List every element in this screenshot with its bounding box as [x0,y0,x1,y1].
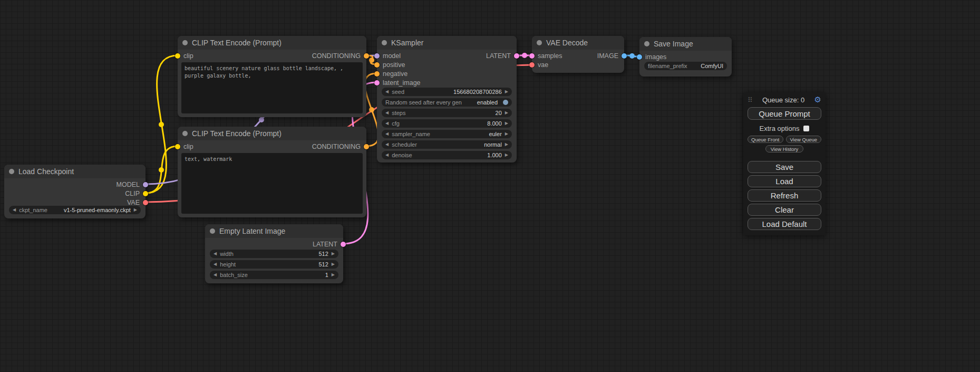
collapse-dot[interactable] [9,169,14,174]
node-header[interactable]: Empty Latent Image [205,224,343,238]
vae-port[interactable] [529,62,535,68]
decrement-arrow-icon[interactable]: ◀ [385,153,389,157]
queue-front-button[interactable]: Queue Front [748,136,783,143]
clear-button[interactable]: Clear [748,204,821,216]
node-header[interactable]: Save Image [639,37,732,51]
collapse-dot[interactable] [644,41,649,46]
input-slot-samples[interactable]: samples [529,51,562,60]
input-slot-clip[interactable]: clip [175,142,193,151]
widget-seed[interactable]: ◀ seed 156680208700286 ▶ [382,88,512,96]
extra-options-checkbox[interactable] [803,126,809,131]
clip-port[interactable] [175,144,180,149]
toggle-knob[interactable] [503,100,508,105]
image-port[interactable] [637,54,642,60]
decrement-arrow-icon[interactable]: ◀ [385,142,389,147]
decrement-arrow-icon[interactable]: ◀ [385,132,389,136]
decrement-arrow-icon[interactable]: ◀ [214,273,217,277]
collapse-dot[interactable] [182,40,188,45]
output-slot-clip[interactable]: CLIP [125,189,148,198]
widget-batch-size[interactable]: ◀ batch_size 1 ▶ [210,271,338,279]
drag-handle-icon[interactable]: ⠿ [748,96,753,104]
positive-prompt-textarea[interactable]: beautiful scenery nature glass bottle la… [181,62,363,113]
widget-random-seed-toggle[interactable]: Random seed after every gen enabled [382,98,512,107]
output-slot-model[interactable]: MODEL [117,180,148,189]
clip-port[interactable] [143,191,148,196]
input-slot-clip[interactable]: clip [175,51,193,60]
conditioning-port[interactable] [364,53,369,59]
latent-port[interactable] [374,80,380,85]
comfy-menu-panel[interactable]: ⠿ Queue size: 0 ⚙ Queue Prompt Extra opt… [743,92,826,235]
node-load-checkpoint-header[interactable]: Load Checkpoint [4,165,145,178]
model-port[interactable] [374,53,380,59]
widget-scheduler[interactable]: ◀ scheduler normal ▶ [382,140,512,149]
widget-width[interactable]: ◀ width 512 ▶ [210,250,338,258]
node-graph-canvas[interactable]: Load Checkpoint MODEL CLIP VAE ◀ ckpt_na… [0,0,980,372]
node-clip-text-encode-positive[interactable]: CLIP Text Encode (Prompt) clip CONDITION… [178,36,366,117]
increment-arrow-icon[interactable]: ▶ [332,252,335,256]
decrement-arrow-icon[interactable]: ◀ [385,121,389,126]
increment-arrow-icon[interactable]: ▶ [134,208,137,212]
vae-port[interactable] [143,200,148,205]
settings-gear-icon[interactable]: ⚙ [814,95,821,104]
refresh-button[interactable]: Refresh [748,189,821,202]
queue-prompt-button[interactable]: Queue Prompt [748,107,821,120]
increment-arrow-icon[interactable]: ▶ [505,111,508,115]
input-slot-model[interactable]: model [374,51,401,60]
conditioning-port[interactable] [374,71,380,77]
increment-arrow-icon[interactable]: ▶ [332,262,335,266]
increment-arrow-icon[interactable]: ▶ [505,90,508,94]
node-save-image[interactable]: Save Image images filename_prefix ComfyU… [639,37,732,77]
widget-height[interactable]: ◀ height 512 ▶ [210,260,338,269]
decrement-arrow-icon[interactable]: ◀ [214,262,217,266]
node-vae-decode[interactable]: VAE Decode samples vae IMAGE [532,36,624,73]
conditioning-port[interactable] [364,144,369,149]
decrement-arrow-icon[interactable]: ◀ [214,252,217,256]
conditioning-port[interactable] [374,62,380,68]
widget-sampler-name[interactable]: ◀ sampler_name euler ▶ [382,130,512,138]
collapse-dot[interactable] [182,131,188,136]
node-header[interactable]: KSampler [377,36,517,50]
load-workflow-button[interactable]: Load [748,175,821,187]
node-header[interactable]: CLIP Text Encode (Prompt) [178,127,366,140]
input-slot-negative[interactable]: negative [374,69,407,78]
increment-arrow-icon[interactable]: ▶ [505,153,508,157]
decrement-arrow-icon[interactable]: ◀ [385,111,389,115]
latent-port[interactable] [514,53,519,59]
increment-arrow-icon[interactable]: ▶ [505,132,508,136]
output-slot-latent[interactable]: LATENT [313,240,346,249]
input-slot-vae[interactable]: vae [529,60,548,69]
node-header[interactable]: CLIP Text Encode (Prompt) [178,36,366,50]
load-default-button[interactable]: Load Default [748,218,821,230]
collapse-dot[interactable] [537,40,542,45]
output-slot-latent[interactable]: LATENT [486,51,519,60]
node-ksampler[interactable]: KSampler model positive negative latent_… [377,36,517,163]
increment-arrow-icon[interactable]: ▶ [332,273,335,277]
node-empty-latent-image[interactable]: Empty Latent Image LATENT ◀ width 512 ▶ … [205,224,343,283]
clip-port[interactable] [175,53,180,59]
decrement-arrow-icon[interactable]: ◀ [385,90,389,94]
decrement-arrow-icon[interactable]: ◀ [13,208,16,212]
collapse-dot[interactable] [382,40,387,45]
input-slot-positive[interactable]: positive [374,60,405,69]
increment-arrow-icon[interactable]: ▶ [505,121,508,126]
latent-port[interactable] [529,53,535,59]
view-queue-button[interactable]: View Queue [786,136,822,143]
widget-steps[interactable]: ◀ steps 20 ▶ [382,109,512,117]
collapse-dot[interactable] [210,228,215,234]
widget-cfg[interactable]: ◀ cfg 8.000 ▶ [382,119,512,128]
widget-ckpt-name[interactable]: ◀ ckpt_name v1-5-pruned-emaonly.ckpt ▶ [9,206,141,214]
input-slot-latent-image[interactable]: latent_image [374,78,421,87]
save-workflow-button[interactable]: Save [748,161,821,173]
node-header[interactable]: VAE Decode [532,36,624,50]
node-load-checkpoint[interactable]: Load Checkpoint MODEL CLIP VAE ◀ ckpt_na… [4,165,145,218]
image-port[interactable] [622,53,627,59]
output-slot-conditioning[interactable]: CONDITIONING [312,51,369,60]
widget-filename-prefix[interactable]: filename_prefix ComfyUI [644,62,727,70]
input-slot-images[interactable]: images [637,52,666,61]
node-clip-text-encode-negative[interactable]: CLIP Text Encode (Prompt) clip CONDITION… [178,127,366,217]
view-history-button[interactable]: View History [765,145,803,152]
increment-arrow-icon[interactable]: ▶ [505,142,508,147]
output-slot-image[interactable]: IMAGE [597,51,627,60]
latent-port[interactable] [341,242,346,247]
widget-denoise[interactable]: ◀ denoise 1.000 ▶ [382,151,512,159]
